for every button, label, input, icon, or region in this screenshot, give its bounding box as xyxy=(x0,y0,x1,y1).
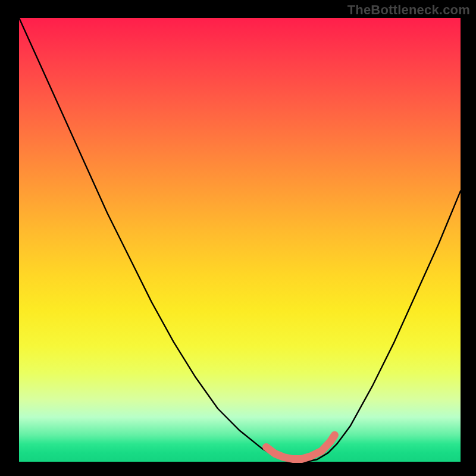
bottleneck-curve xyxy=(19,18,461,462)
curve-overlay xyxy=(0,0,476,476)
chart-stage: TheBottleneck.com xyxy=(0,0,476,476)
